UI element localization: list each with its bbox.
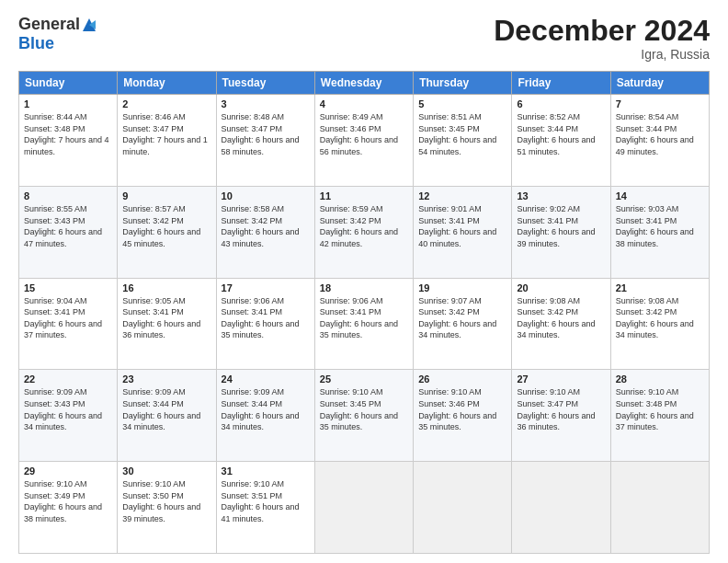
cell-text: Sunrise: 9:08 AMSunset: 3:42 PMDaylight:… (616, 295, 704, 341)
table-cell: 27Sunrise: 9:10 AMSunset: 3:47 PMDayligh… (512, 370, 610, 462)
table-cell: 23Sunrise: 9:09 AMSunset: 3:44 PMDayligh… (118, 370, 216, 462)
table-cell: 29Sunrise: 9:10 AMSunset: 3:49 PMDayligh… (19, 462, 118, 554)
table-cell: 13Sunrise: 9:02 AMSunset: 3:41 PMDayligh… (512, 186, 610, 278)
day-number: 25 (320, 373, 408, 385)
logo-general: General (18, 15, 80, 34)
location: Igra, Russia (494, 47, 710, 62)
page: General Blue December 2024 Igra, Russia … (0, 0, 728, 563)
day-number: 15 (24, 282, 112, 293)
cell-text: Sunrise: 8:57 AMSunset: 3:42 PMDaylight:… (122, 203, 210, 249)
day-number: 8 (24, 190, 112, 201)
day-number: 1 (24, 98, 112, 109)
table-cell: 17Sunrise: 9:06 AMSunset: 3:41 PMDayligh… (216, 278, 314, 370)
cell-text: Sunrise: 9:10 AMSunset: 3:49 PMDaylight:… (24, 478, 112, 524)
table-cell: 15Sunrise: 9:04 AMSunset: 3:41 PMDayligh… (19, 278, 118, 370)
table-cell: 12Sunrise: 9:01 AMSunset: 3:41 PMDayligh… (414, 186, 512, 278)
cell-text: Sunrise: 9:08 AMSunset: 3:42 PMDaylight:… (517, 295, 605, 341)
cell-text: Sunrise: 9:10 AMSunset: 3:48 PMDaylight:… (616, 386, 704, 432)
cell-text: Sunrise: 9:01 AMSunset: 3:41 PMDaylight:… (418, 203, 506, 249)
cell-text: Sunrise: 9:10 AMSunset: 3:45 PMDaylight:… (320, 386, 408, 432)
day-number: 11 (320, 190, 408, 201)
table-row: 22Sunrise: 9:09 AMSunset: 3:43 PMDayligh… (19, 370, 710, 462)
cell-text: Sunrise: 8:52 AMSunset: 3:44 PMDaylight:… (517, 111, 605, 157)
day-number: 23 (122, 373, 210, 385)
day-number: 7 (616, 98, 704, 109)
col-friday: Friday (512, 72, 610, 95)
logo-blue: Blue (18, 34, 54, 53)
day-number: 6 (517, 98, 605, 109)
col-thursday: Thursday (414, 72, 512, 95)
col-wednesday: Wednesday (314, 72, 413, 95)
day-number: 17 (222, 282, 310, 293)
day-number: 28 (616, 373, 704, 385)
table-row: 1Sunrise: 8:44 AMSunset: 3:48 PMDaylight… (19, 95, 710, 187)
cell-text: Sunrise: 8:55 AMSunset: 3:43 PMDaylight:… (24, 203, 112, 249)
day-number: 26 (418, 373, 506, 385)
table-cell: 26Sunrise: 9:10 AMSunset: 3:46 PMDayligh… (414, 370, 512, 462)
day-number: 19 (418, 282, 506, 293)
logo: General Blue (18, 15, 98, 53)
day-number: 31 (222, 465, 310, 477)
day-number: 18 (320, 282, 408, 293)
day-number: 2 (122, 98, 210, 109)
col-tuesday: Tuesday (216, 72, 314, 95)
day-number: 21 (616, 282, 704, 293)
table-cell: 31Sunrise: 9:10 AMSunset: 3:51 PMDayligh… (216, 462, 314, 554)
table-cell: 2Sunrise: 8:46 AMSunset: 3:47 PMDaylight… (118, 95, 216, 187)
cell-text: Sunrise: 8:49 AMSunset: 3:46 PMDaylight:… (320, 111, 408, 157)
cell-text: Sunrise: 9:06 AMSunset: 3:41 PMDaylight:… (320, 295, 408, 341)
cell-text: Sunrise: 8:58 AMSunset: 3:42 PMDaylight:… (222, 203, 310, 249)
table-cell: 24Sunrise: 9:09 AMSunset: 3:44 PMDayligh… (216, 370, 314, 462)
logo-icon (81, 17, 97, 33)
day-number: 14 (616, 190, 704, 201)
table-cell (414, 462, 512, 554)
table-cell: 20Sunrise: 9:08 AMSunset: 3:42 PMDayligh… (512, 278, 610, 370)
cell-text: Sunrise: 8:59 AMSunset: 3:42 PMDaylight:… (320, 203, 408, 249)
table-cell: 8Sunrise: 8:55 AMSunset: 3:43 PMDaylight… (19, 186, 118, 278)
table-cell: 10Sunrise: 8:58 AMSunset: 3:42 PMDayligh… (216, 186, 314, 278)
table-cell: 6Sunrise: 8:52 AMSunset: 3:44 PMDaylight… (512, 95, 610, 187)
cell-text: Sunrise: 8:51 AMSunset: 3:45 PMDaylight:… (418, 111, 506, 157)
cell-text: Sunrise: 8:54 AMSunset: 3:44 PMDaylight:… (616, 111, 704, 157)
day-number: 16 (122, 282, 210, 293)
cell-text: Sunrise: 9:09 AMSunset: 3:43 PMDaylight:… (24, 386, 112, 432)
cell-text: Sunrise: 9:10 AMSunset: 3:47 PMDaylight:… (517, 386, 605, 432)
table-cell: 3Sunrise: 8:48 AMSunset: 3:47 PMDaylight… (216, 95, 314, 187)
cell-text: Sunrise: 9:10 AMSunset: 3:50 PMDaylight:… (122, 478, 210, 524)
table-row: 15Sunrise: 9:04 AMSunset: 3:41 PMDayligh… (19, 278, 710, 370)
table-row: 8Sunrise: 8:55 AMSunset: 3:43 PMDaylight… (19, 186, 710, 278)
cell-text: Sunrise: 9:09 AMSunset: 3:44 PMDaylight:… (222, 386, 310, 432)
cell-text: Sunrise: 9:03 AMSunset: 3:41 PMDaylight:… (616, 203, 704, 249)
table-cell: 25Sunrise: 9:10 AMSunset: 3:45 PMDayligh… (314, 370, 413, 462)
cell-text: Sunrise: 8:46 AMSunset: 3:47 PMDaylight:… (122, 111, 210, 157)
table-cell: 28Sunrise: 9:10 AMSunset: 3:48 PMDayligh… (610, 370, 709, 462)
cell-text: Sunrise: 9:07 AMSunset: 3:42 PMDaylight:… (418, 295, 506, 341)
cell-text: Sunrise: 8:48 AMSunset: 3:47 PMDaylight:… (222, 111, 310, 157)
table-cell: 21Sunrise: 9:08 AMSunset: 3:42 PMDayligh… (610, 278, 709, 370)
day-number: 27 (517, 373, 605, 385)
col-sunday: Sunday (19, 72, 118, 95)
day-number: 20 (517, 282, 605, 293)
day-number: 12 (418, 190, 506, 201)
title-area: December 2024 Igra, Russia (494, 15, 710, 62)
month-title: December 2024 (494, 15, 710, 47)
cell-text: Sunrise: 9:09 AMSunset: 3:44 PMDaylight:… (122, 386, 210, 432)
day-number: 22 (24, 373, 112, 385)
col-saturday: Saturday (610, 72, 709, 95)
day-number: 13 (517, 190, 605, 201)
cell-text: Sunrise: 9:05 AMSunset: 3:41 PMDaylight:… (122, 295, 210, 341)
day-number: 30 (122, 465, 210, 477)
calendar-table: Sunday Monday Tuesday Wednesday Thursday… (18, 71, 710, 554)
table-cell: 4Sunrise: 8:49 AMSunset: 3:46 PMDaylight… (314, 95, 413, 187)
table-cell: 14Sunrise: 9:03 AMSunset: 3:41 PMDayligh… (610, 186, 709, 278)
cell-text: Sunrise: 9:06 AMSunset: 3:41 PMDaylight:… (222, 295, 310, 341)
col-monday: Monday (118, 72, 216, 95)
table-cell: 9Sunrise: 8:57 AMSunset: 3:42 PMDaylight… (118, 186, 216, 278)
table-cell (610, 462, 709, 554)
table-cell: 5Sunrise: 8:51 AMSunset: 3:45 PMDaylight… (414, 95, 512, 187)
table-cell: 30Sunrise: 9:10 AMSunset: 3:50 PMDayligh… (118, 462, 216, 554)
header: General Blue December 2024 Igra, Russia (18, 15, 710, 62)
day-number: 4 (320, 98, 408, 109)
day-number: 5 (418, 98, 506, 109)
day-number: 29 (24, 465, 112, 477)
